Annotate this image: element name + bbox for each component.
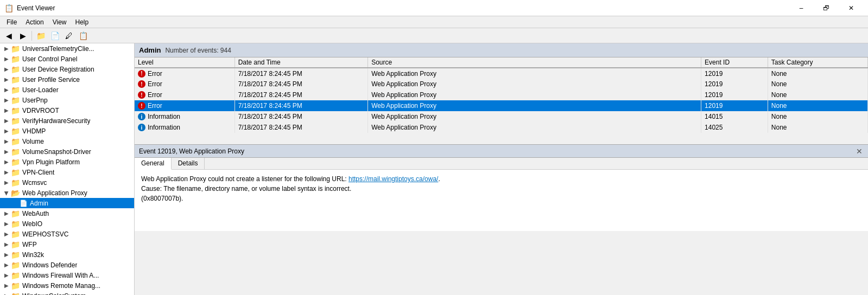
sidebar-item-webappproxy[interactable]: ▶📂Web Application Proxy [0, 188, 134, 198]
sidebar-label-windowsdefender: Windows Defender [22, 261, 77, 269]
sidebar-item-windowsremote[interactable]: ▶📁Windows Remote Manag... [0, 280, 134, 291]
sidebar-item-windowscolor[interactable]: ▶📁WindowsColorSystem [0, 291, 134, 295]
col-header-level[interactable]: Level [135, 57, 235, 68]
sidebar-label-verifyhardwaresecurity: VerifyHardwareSecurity [22, 117, 90, 125]
toolbar-forward[interactable]: ▶ [16, 30, 29, 42]
sidebar-item-vhdmp[interactable]: ▶📁VHDMP [0, 126, 134, 136]
table-row[interactable]: !Error7/18/2017 8:24:45 PMWeb Applicatio… [135, 68, 868, 79]
event-detail-close-button[interactable]: ✕ [855, 147, 864, 156]
tree-arrow-webio[interactable]: ▶ [2, 219, 11, 229]
tree-arrow-webappproxy[interactable]: ▶ [2, 189, 12, 198]
tab-general[interactable]: General [135, 158, 172, 170]
sidebar-item-win32k[interactable]: ▶📁Win32k [0, 249, 134, 260]
toolbar-properties[interactable]: 🖊 [62, 30, 75, 42]
toolbar-help[interactable]: 📋 [77, 30, 90, 42]
sidebar-label-win32k: Win32k [22, 251, 44, 259]
toolbar-open[interactable]: 📁 [34, 30, 47, 42]
tree-arrow-vpnclient[interactable]: ▶ [2, 167, 11, 177]
info-icon: i [138, 113, 145, 120]
tree-arrow-universaltelemetry[interactable]: ▶ [2, 43, 11, 54]
tree-arrow-vdrvroot[interactable]: ▶ [2, 105, 11, 116]
tree-arrow-usercontrolpanel[interactable]: ▶ [2, 54, 11, 64]
events-table-container[interactable]: Level Date and Time Source Event ID Task… [135, 57, 868, 144]
tab-details[interactable]: Details [172, 158, 205, 169]
sidebar-item-userdeviceregistration[interactable]: ▶📁User Device Registration [0, 64, 134, 74]
tree-arrow-userloader[interactable]: ▶ [2, 85, 11, 95]
maximize-button[interactable]: 🗗 [814, 0, 839, 16]
tree-arrow-windowsremote[interactable]: ▶ [2, 280, 11, 291]
cell-taskcategory-5: None [768, 122, 867, 133]
sidebar-item-usercontrolpanel[interactable]: ▶📁User Control Panel [0, 54, 134, 64]
close-button[interactable]: ✕ [839, 0, 864, 16]
tree-arrow-webauth[interactable]: ▶ [2, 208, 11, 219]
sidebar-item-webauth[interactable]: ▶📁WebAuth [0, 208, 134, 219]
menu-help[interactable]: Help [71, 17, 93, 27]
event-detail-title: Event 12019, Web Application Proxy [139, 148, 244, 155]
sidebar-item-vdrvroot[interactable]: ▶📁VDRVROOT [0, 105, 134, 116]
table-row[interactable]: !Error7/18/2017 8:24:45 PMWeb Applicatio… [135, 89, 868, 100]
sidebar-item-userpnp[interactable]: ▶📁UserPnp [0, 95, 134, 105]
sidebar-label-windowscolor: WindowsColorSystem [22, 292, 86, 296]
sidebar-label-userdeviceregistration: User Device Registration [22, 66, 94, 73]
window-controls: – 🗗 ✕ [789, 0, 864, 16]
col-header-taskcategory[interactable]: Task Category [768, 57, 867, 68]
col-header-eventid[interactable]: Event ID [701, 57, 768, 68]
sidebar-item-universaltelemetry[interactable]: ▶📁UniversalTelemetryClie... [0, 43, 134, 54]
sidebar-label-vdrvroot: VDRVROOT [22, 107, 59, 114]
cell-taskcategory-1: None [768, 79, 867, 89]
table-row[interactable]: iInformation7/18/2017 8:24:45 PMWeb Appl… [135, 122, 868, 133]
sidebar-label-userloader: User-Loader [22, 86, 59, 94]
folder-icon-universaltelemetry: 📁 [11, 44, 20, 53]
sidebar-item-webio[interactable]: ▶📁WebIO [0, 219, 134, 229]
tree-arrow-userdeviceregistration[interactable]: ▶ [2, 64, 11, 74]
tree-arrow-vpnpluginplatform[interactable]: ▶ [2, 157, 11, 167]
col-header-datetime[interactable]: Date and Time [235, 57, 368, 68]
table-row[interactable]: !Error7/18/2017 8:24:45 PMWeb Applicatio… [135, 100, 868, 111]
tree-arrow-wephostsvc[interactable]: ▶ [2, 229, 11, 239]
error-icon: ! [138, 70, 145, 78]
sidebar-item-wcmsvc[interactable]: ▶📁Wcmsvc [0, 177, 134, 188]
tree-arrow-windowscolor[interactable]: ▶ [2, 291, 11, 295]
sidebar-item-windowsdefender[interactable]: ▶📁Windows Defender [0, 260, 134, 270]
cell-datetime-3: 7/18/2017 8:24:45 PM [235, 100, 368, 111]
sidebar-item-vpnpluginplatform[interactable]: ▶📁Vpn Plugin Platform [0, 157, 134, 167]
sidebar-item-windowsfirewall[interactable]: ▶📁Windows Firewall With A... [0, 270, 134, 280]
tree-arrow-win32k[interactable]: ▶ [2, 249, 11, 260]
folder-icon-vpnclient: 📁 [11, 168, 20, 177]
minimize-button[interactable]: – [789, 0, 814, 16]
tree-arrow-windowsfirewall[interactable]: ▶ [2, 270, 11, 280]
sidebar-item-verifyhardwaresecurity[interactable]: ▶📁VerifyHardwareSecurity [0, 116, 134, 126]
cell-level-2: !Error [135, 89, 235, 100]
folder-icon-userprofileservice: 📁 [11, 75, 20, 84]
tree-arrow-userprofileservice[interactable]: ▶ [2, 74, 11, 85]
sidebar-item-userloader[interactable]: ▶📁User-Loader [0, 85, 134, 95]
sidebar-label-webio: WebIO [22, 220, 42, 228]
sidebar-item-volumesnapshot[interactable]: ▶📁VolumeSnapshot-Driver [0, 146, 134, 157]
event-body-link[interactable]: https://mail.wingtiptoys.ca/owa/ [349, 175, 438, 183]
menu-file[interactable]: File [2, 17, 21, 27]
tree-arrow-userpnp[interactable]: ▶ [2, 95, 11, 105]
tree-arrow-vhdmp[interactable]: ▶ [2, 126, 11, 136]
tree-arrow-volumesnapshot[interactable]: ▶ [2, 146, 11, 157]
tree-arrow-wfp[interactable]: ▶ [2, 239, 11, 249]
sidebar-item-volume[interactable]: ▶📁Volume [0, 136, 134, 146]
col-header-source[interactable]: Source [368, 57, 701, 68]
menu-action[interactable]: Action [21, 17, 48, 27]
cell-eventid-3: 12019 [701, 100, 768, 111]
tree-arrow-wcmsvc[interactable]: ▶ [2, 177, 11, 188]
sidebar-item-admin[interactable]: 📄Admin [0, 198, 134, 208]
sidebar-item-wephostsvc[interactable]: ▶📁WEPHOSTSVC [0, 229, 134, 239]
table-row[interactable]: iInformation7/18/2017 8:24:45 PMWeb Appl… [135, 111, 868, 122]
tree-arrow-windowsdefender[interactable]: ▶ [2, 260, 11, 270]
toolbar-back[interactable]: ◀ [2, 30, 15, 42]
menu-view[interactable]: View [48, 17, 71, 27]
events-table: Level Date and Time Source Event ID Task… [135, 57, 868, 133]
tree-arrow-verifyhardwaresecurity[interactable]: ▶ [2, 116, 11, 126]
sidebar-item-userprofileservice[interactable]: ▶📁User Profile Service [0, 74, 134, 85]
sidebar-item-vpnclient[interactable]: ▶📁VPN-Client [0, 167, 134, 177]
toolbar-new[interactable]: 📄 [48, 30, 61, 42]
sidebar-item-wfp[interactable]: ▶📁WFP [0, 239, 134, 249]
table-row[interactable]: !Error7/18/2017 8:24:45 PMWeb Applicatio… [135, 79, 868, 89]
cell-source-2: Web Application Proxy [368, 89, 701, 100]
tree-arrow-volume[interactable]: ▶ [2, 136, 11, 146]
